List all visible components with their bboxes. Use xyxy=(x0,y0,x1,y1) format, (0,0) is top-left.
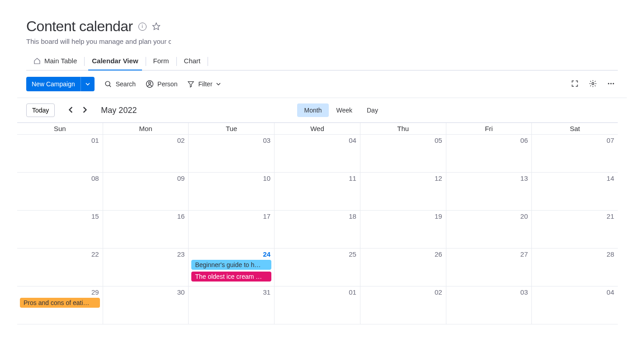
svg-point-7 xyxy=(611,83,612,84)
calendar-day[interactable]: 05 xyxy=(360,135,446,173)
calendar-day[interactable]: 27 xyxy=(446,249,532,286)
person-icon xyxy=(146,80,154,88)
calendar-day[interactable]: 25 xyxy=(275,249,360,286)
day-number: 11 xyxy=(277,174,357,182)
new-campaign-button[interactable]: New Campaign xyxy=(26,77,95,91)
calendar-day[interactable]: 30 xyxy=(103,286,189,324)
day-number: 28 xyxy=(535,250,615,258)
day-number: 06 xyxy=(449,136,529,144)
day-number: 01 xyxy=(277,288,357,296)
day-number: 12 xyxy=(363,174,443,182)
calendar-day[interactable]: 22 xyxy=(17,249,103,286)
tab-chart[interactable]: Chart xyxy=(177,52,208,70)
day-number: 09 xyxy=(106,174,186,182)
day-number: 04 xyxy=(277,136,357,144)
day-of-week-header: Thu xyxy=(360,123,446,135)
calendar-grid: SunMonTueWedThuFriSat 010203040506070809… xyxy=(17,122,618,324)
calendar-day[interactable]: 02 xyxy=(360,286,446,324)
calendar-day[interactable]: 12 xyxy=(360,173,446,211)
svg-point-4 xyxy=(149,82,151,84)
calendar-day[interactable]: 09 xyxy=(103,173,189,211)
view-day[interactable]: Day xyxy=(360,103,385,117)
search-button[interactable]: Search xyxy=(104,80,136,88)
day-number: 15 xyxy=(20,212,100,220)
calendar-day[interactable]: 03 xyxy=(189,135,275,173)
calendar-day[interactable]: 01 xyxy=(17,135,103,173)
chevron-right-icon xyxy=(82,107,87,113)
calendar-day[interactable]: 14 xyxy=(532,173,618,211)
info-icon[interactable]: i xyxy=(138,23,147,31)
calendar-day[interactable]: 03 xyxy=(446,286,532,324)
calendar-day[interactable]: 18 xyxy=(275,211,360,249)
calendar-day[interactable]: 13 xyxy=(446,173,532,211)
view-tabs: Main Table Calendar View Form Chart xyxy=(26,52,618,70)
day-number: 30 xyxy=(106,288,186,296)
calendar-event[interactable]: The oldest ice cream … xyxy=(191,272,271,282)
chevron-down-icon xyxy=(85,82,90,86)
calendar-day[interactable]: 08 xyxy=(17,173,103,211)
day-number: 02 xyxy=(363,288,443,296)
day-of-week-header: Wed xyxy=(275,123,360,135)
calendar-day[interactable]: 02 xyxy=(103,135,189,173)
expand-icon[interactable] xyxy=(571,80,579,89)
chevron-down-icon xyxy=(216,82,221,86)
next-month-button[interactable] xyxy=(82,107,87,114)
person-filter[interactable]: Person xyxy=(146,80,177,88)
calendar-day[interactable]: 17 xyxy=(189,211,275,249)
day-of-week-header: Sun xyxy=(17,123,103,135)
day-number: 21 xyxy=(535,212,615,220)
calendar-day[interactable]: 28 xyxy=(532,249,618,286)
day-number: 04 xyxy=(535,288,615,296)
calendar-day[interactable]: 23 xyxy=(103,249,189,286)
day-number: 18 xyxy=(277,212,357,220)
calendar-day[interactable]: 01 xyxy=(275,286,360,324)
tab-calendar-view[interactable]: Calendar View xyxy=(85,52,145,70)
day-of-week-header: Sat xyxy=(532,123,618,135)
calendar-day[interactable]: 04 xyxy=(275,135,360,173)
calendar-day[interactable]: 24Beginner's guide to h…The oldest ice c… xyxy=(189,249,275,286)
calendar-day[interactable]: 10 xyxy=(189,173,275,211)
calendar-day[interactable]: 26 xyxy=(360,249,446,286)
calendar-day[interactable]: 15 xyxy=(17,211,103,249)
day-number: 22 xyxy=(20,250,100,258)
calendar-day[interactable]: 29Pros and cons of eati… xyxy=(17,286,103,324)
day-number: 25 xyxy=(277,250,357,258)
view-week[interactable]: Week xyxy=(329,103,360,117)
day-number: 03 xyxy=(191,136,271,144)
view-month[interactable]: Month xyxy=(297,103,329,117)
tab-form[interactable]: Form xyxy=(146,52,176,70)
calendar-event[interactable]: Beginner's guide to h… xyxy=(191,260,271,270)
day-number: 19 xyxy=(363,212,443,220)
svg-point-1 xyxy=(105,81,110,86)
calendar-event[interactable]: Pros and cons of eati… xyxy=(20,298,100,308)
svg-marker-0 xyxy=(152,23,160,30)
day-number: 07 xyxy=(535,136,615,144)
calendar-day[interactable]: 19 xyxy=(360,211,446,249)
calendar-day[interactable]: 20 xyxy=(446,211,532,249)
calendar-day[interactable]: 06 xyxy=(446,135,532,173)
page-subtitle: This board will help you manage and plan… xyxy=(26,38,171,45)
calendar-day[interactable]: 07 xyxy=(532,135,618,173)
tab-main-table[interactable]: Main Table xyxy=(26,52,84,70)
day-number: 17 xyxy=(191,212,271,220)
calendar-day[interactable]: 21 xyxy=(532,211,618,249)
day-number: 14 xyxy=(535,174,615,182)
current-month: May 2022 xyxy=(101,106,137,115)
day-number: 23 xyxy=(106,250,186,258)
prev-month-button[interactable] xyxy=(68,107,74,114)
svg-point-5 xyxy=(592,82,594,84)
svg-line-2 xyxy=(109,85,111,87)
new-campaign-dropdown[interactable] xyxy=(80,77,95,91)
calendar-day[interactable]: 16 xyxy=(103,211,189,249)
filter-button[interactable]: Filter xyxy=(187,80,220,88)
star-icon[interactable] xyxy=(152,22,161,31)
tab-label: Calendar View xyxy=(92,57,138,65)
more-icon[interactable] xyxy=(607,80,615,89)
gear-icon[interactable] xyxy=(589,80,597,89)
calendar-day[interactable]: 04 xyxy=(532,286,618,324)
calendar-day[interactable]: 31 xyxy=(189,286,275,324)
calendar-day[interactable]: 11 xyxy=(275,173,360,211)
day-number: 10 xyxy=(191,174,271,182)
today-button[interactable]: Today xyxy=(26,103,55,117)
day-number: 13 xyxy=(449,174,529,182)
